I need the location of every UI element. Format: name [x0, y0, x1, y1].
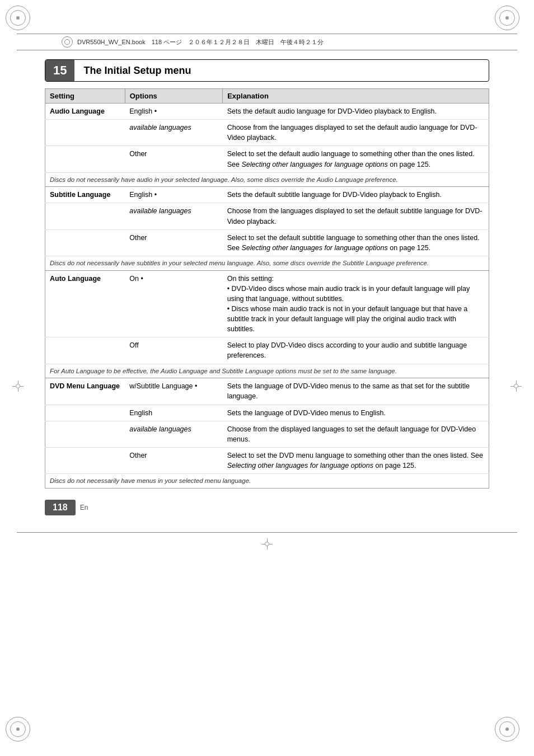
cell-option: Other [125, 229, 222, 256]
chapter-number: 15 [45, 60, 74, 81]
settings-table: Setting Options Explanation Audio Langua… [45, 88, 489, 489]
col-header-setting: Setting [45, 89, 125, 104]
cell-option: available languages [125, 421, 222, 447]
chapter-title: The Initial Setup menu [74, 62, 489, 80]
bottom-crosshair [0, 538, 534, 550]
cell-setting [45, 229, 125, 256]
cell-option: On • [125, 270, 222, 337]
cell-setting [45, 337, 125, 364]
cell-explanation: Sets the language of DVD-Video menus to … [223, 405, 489, 421]
cell-option: English • [125, 104, 222, 120]
table-note-row: For Auto Language to be effective, the A… [45, 364, 489, 378]
table-row: OtherSelect to set the default audio lan… [45, 146, 489, 172]
table-row: available languagesChoose from the displ… [45, 421, 489, 447]
table-row: EnglishSets the language of DVD-Video me… [45, 405, 489, 421]
cell-explanation: Sets the language of DVD-Video menus to … [223, 378, 489, 405]
cell-setting: Auto Language [45, 270, 125, 337]
cell-setting [45, 146, 125, 172]
table-row: Auto LanguageOn •On this setting:• DVD-V… [45, 270, 489, 337]
left-crosshair [12, 381, 24, 392]
cell-explanation: Sets the default subtitle language for D… [223, 187, 489, 203]
cell-note: Discs do not necessarily have menus in y… [45, 474, 489, 489]
cell-setting [45, 421, 125, 447]
cell-explanation: Sets the default audio language for DVD-… [223, 104, 489, 120]
page-footer: 118 En [17, 500, 517, 515]
table-row: available languagesChoose from the langu… [45, 120, 489, 146]
cell-explanation: Select to set the DVD menu language to s… [223, 447, 489, 473]
corner-decoration-tl [6, 6, 39, 39]
table-row: OtherSelect to set the default subtitle … [45, 229, 489, 256]
cell-option: English • [125, 187, 222, 203]
cell-note: Discs do not necessarily have subtitles … [45, 256, 489, 270]
table-row: DVD Menu Languagew/Subtitle Language •Se… [45, 378, 489, 405]
top-bar-icon [62, 36, 73, 48]
table-row: Audio LanguageEnglish •Sets the default … [45, 104, 489, 120]
table-note-row: Discs do not necessarily have audio in y… [45, 172, 489, 187]
cell-setting [45, 447, 125, 473]
right-crosshair [510, 381, 522, 392]
cell-explanation: Choose from the languages displayed to s… [223, 203, 489, 229]
cell-option: Other [125, 146, 222, 172]
table-row: OtherSelect to set the DVD menu language… [45, 447, 489, 473]
table-header-row: Setting Options Explanation [45, 89, 489, 104]
corner-decoration-tr [495, 6, 528, 39]
table-note-row: Discs do not necessarily have menus in y… [45, 474, 489, 489]
main-content: 15 The Initial Setup menu Setting Option… [17, 59, 517, 489]
page-number: 118 [45, 500, 76, 515]
cell-explanation: Select to set the default audio language… [223, 146, 489, 172]
cell-option: w/Subtitle Language • [125, 378, 222, 405]
cell-explanation: Choose from the languages displayed to s… [223, 120, 489, 146]
corner-decoration-br [495, 717, 528, 750]
cell-explanation: Select to play DVD-Video discs according… [223, 337, 489, 364]
chapter-header: 15 The Initial Setup menu [45, 59, 489, 82]
cell-note: For Auto Language to be effective, the A… [45, 364, 489, 378]
cell-explanation: On this setting:• DVD-Video discs whose … [223, 270, 489, 337]
cell-explanation: Choose from the displayed languages to s… [223, 421, 489, 447]
top-bar: DVR550H_WV_EN.book 118 ページ ２０６年１２月２８日 木曜… [17, 34, 517, 50]
table-row: Subtitle LanguageEnglish •Sets the defau… [45, 187, 489, 203]
table-row: available languagesChoose from the langu… [45, 203, 489, 229]
corner-decoration-bl [6, 717, 39, 750]
cell-setting: DVD Menu Language [45, 378, 125, 405]
col-header-options: Options [125, 89, 222, 104]
table-note-row: Discs do not necessarily have subtitles … [45, 256, 489, 270]
cell-setting [45, 405, 125, 421]
cell-option: available languages [125, 203, 222, 229]
cell-option: Other [125, 447, 222, 473]
cell-option: available languages [125, 120, 222, 146]
cell-explanation: Select to set the default subtitle langu… [223, 229, 489, 256]
table-row: OffSelect to play DVD-Video discs accord… [45, 337, 489, 364]
page-lang: En [80, 504, 88, 511]
bottom-line [17, 532, 517, 533]
top-bar-text: DVR550H_WV_EN.book 118 ページ ２０６年１２月２８日 木曜… [77, 38, 324, 46]
cell-setting: Subtitle Language [45, 187, 125, 203]
cell-option: Off [125, 337, 222, 364]
col-header-explanation: Explanation [223, 89, 489, 104]
cell-setting: Audio Language [45, 104, 125, 120]
cell-note: Discs do not necessarily have audio in y… [45, 172, 489, 187]
cell-setting [45, 203, 125, 229]
cell-setting [45, 120, 125, 146]
cell-option: English [125, 405, 222, 421]
